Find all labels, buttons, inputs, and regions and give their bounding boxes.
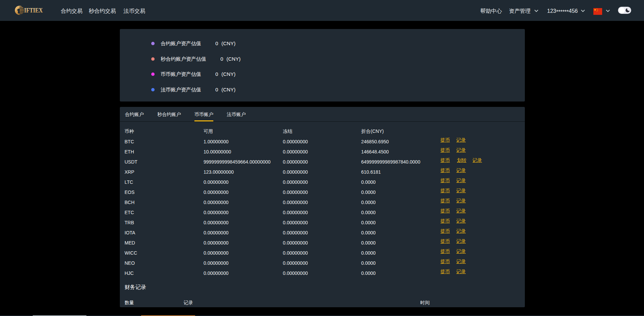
svg-text:IFTIEX: IFTIEX: [24, 7, 43, 14]
